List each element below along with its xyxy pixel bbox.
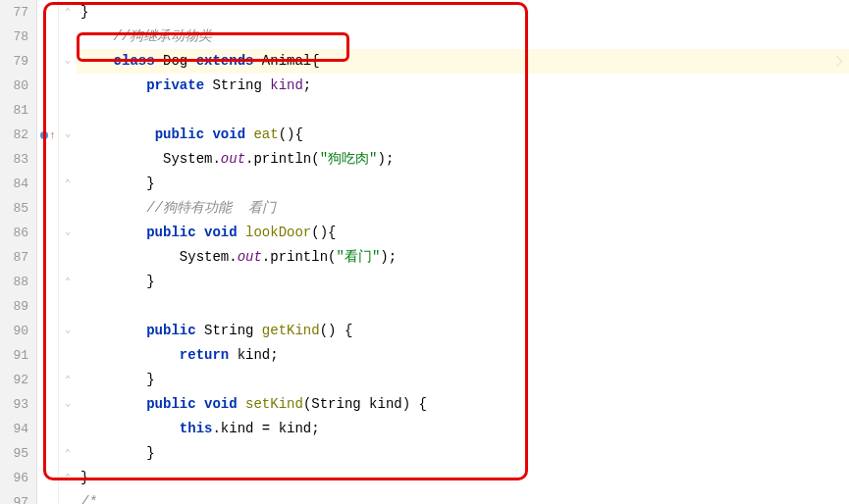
fold-end-icon[interactable]: ⌃ — [63, 277, 73, 287]
line-number: 96 — [8, 466, 28, 490]
line-number: 97 — [8, 490, 28, 504]
fold-start-icon[interactable]: ⌄ — [63, 56, 73, 66]
code-line: } — [77, 368, 849, 392]
fold-start-icon[interactable]: ⌄ — [63, 227, 73, 237]
line-number: 77 — [8, 0, 28, 25]
code-line: } — [77, 270, 849, 294]
fold-start-icon[interactable]: ⌄ — [63, 399, 73, 409]
code-line: //狗继承动物类 — [77, 25, 849, 49]
code-line: } — [77, 0, 849, 25]
line-number-gutter: 77 78 79 80 81 82 83 84 85 86 87 88 89 9… — [0, 0, 37, 504]
line-number: 81 — [8, 98, 28, 123]
override-indicator-icon[interactable]: ↑ — [39, 123, 57, 147]
code-line: /* — [77, 490, 849, 504]
code-line-current: class Dog extends Animal{ — [77, 49, 849, 74]
code-line — [77, 294, 849, 319]
line-number: 85 — [8, 196, 28, 221]
override-arrow-icon: ↑ — [49, 129, 56, 141]
fold-end-icon[interactable]: ⌃ — [63, 8, 73, 18]
line-number: 78 — [8, 25, 28, 49]
fold-end-icon[interactable]: ⌃ — [63, 474, 73, 483]
line-number: 93 — [8, 392, 28, 417]
fold-start-icon[interactable]: ⌄ — [63, 129, 73, 139]
fold-end-icon[interactable]: ⌃ — [63, 449, 73, 459]
override-dot-icon — [40, 131, 48, 139]
line-number: 91 — [8, 343, 28, 368]
line-number: 88 — [8, 270, 28, 294]
code-line: public void eat(){ — [77, 123, 849, 147]
line-number: 87 — [8, 245, 28, 270]
fold-column: ⌃ ⌄ ⌄ ⌃ ⌄ ⌃ ⌄ ⌃ ⌄ ⌃ ⌃ — [59, 0, 77, 504]
fold-end-icon[interactable]: ⌃ — [63, 179, 73, 189]
gutter-indicator-column: ↑ — [37, 0, 59, 504]
line-number: 95 — [8, 441, 28, 466]
code-line: return kind; — [77, 343, 849, 368]
line-number: 86 — [8, 221, 28, 245]
code-line: } — [77, 466, 849, 490]
line-number: 84 — [8, 172, 28, 196]
fold-start-icon[interactable]: ⌄ — [63, 326, 73, 335]
code-line: } — [77, 441, 849, 466]
code-line: public void lookDoor(){ — [77, 221, 849, 245]
line-number: 94 — [8, 417, 28, 441]
code-line: public String getKind() { — [77, 319, 849, 343]
code-line: private String kind; — [77, 74, 849, 98]
code-text-area[interactable]: } //狗继承动物类 class Dog extends Animal{ pri… — [77, 0, 849, 504]
fold-end-icon[interactable]: ⌃ — [63, 376, 73, 385]
line-number: 92 — [8, 368, 28, 392]
code-line: System.out.println("看门"); — [77, 245, 849, 270]
line-number: 80 — [8, 74, 28, 98]
line-number: 90 — [8, 319, 28, 343]
code-line — [77, 98, 849, 123]
code-line: this.kind = kind; — [77, 417, 849, 441]
line-number: 83 — [8, 147, 28, 172]
code-line: } — [77, 172, 849, 196]
code-line: System.out.println("狗吃肉"); — [77, 147, 849, 172]
line-number: 89 — [8, 294, 28, 319]
line-number: 82 — [8, 123, 28, 147]
code-line: //狗特有功能 看门 — [77, 196, 849, 221]
line-number: 79 — [8, 49, 28, 74]
code-line: public void setKind(String kind) { — [77, 392, 849, 417]
code-editor: 77 78 79 80 81 82 83 84 85 86 87 88 89 9… — [0, 0, 849, 504]
